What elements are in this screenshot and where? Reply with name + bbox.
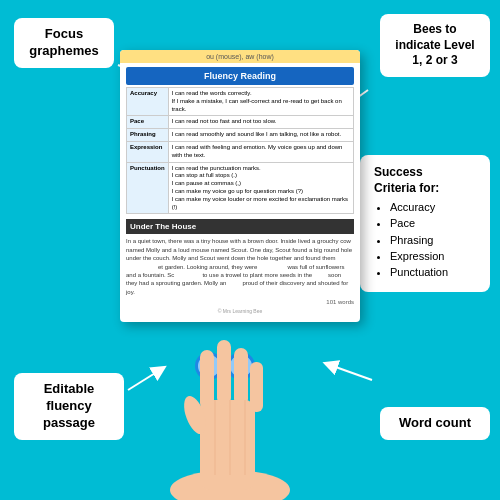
success-criteria-label: SuccessCriteria for: Accuracy Pace Phras…: [360, 155, 490, 292]
table-row: Pace I can read not too fast and not too…: [127, 116, 354, 129]
criteria-pace: Pace: [390, 216, 476, 230]
svg-rect-7: [200, 350, 214, 410]
criteria-accuracy: Accuracy: [390, 200, 476, 214]
criteria-table: Accuracy I can read the words correctly.…: [126, 87, 354, 214]
success-criteria-list: Accuracy Pace Phrasing Expression Punctu…: [374, 200, 476, 279]
document-title: Fluency Reading: [126, 67, 354, 85]
table-row: Phrasing I can read smoothly and sound l…: [127, 129, 354, 142]
svg-rect-9: [234, 348, 248, 406]
table-row: Punctuation I can read the punctuation m…: [127, 162, 354, 214]
success-criteria-title: SuccessCriteria for:: [374, 165, 476, 196]
hand-illustration: [130, 320, 330, 500]
table-row: Accuracy I can read the words correctly.…: [127, 88, 354, 116]
criteria-punctuation: Punctuation: [390, 265, 476, 279]
word-count-label: Word count: [380, 407, 490, 440]
editable-fluency-label: Editable fluency passage: [14, 373, 124, 440]
word-count-value: 101 words: [126, 299, 354, 305]
table-row: Expression I can read with feeling and e…: [127, 141, 354, 162]
svg-rect-10: [250, 362, 263, 412]
grapheme-header: ou (mouse), aw (how): [120, 50, 360, 63]
focus-graphemes-label: Focus graphemes: [14, 18, 114, 68]
svg-rect-6: [200, 400, 255, 490]
criteria-phrasing: Phrasing: [390, 233, 476, 247]
story-body: In a quiet town, there was a tiny house …: [126, 237, 354, 296]
svg-rect-8: [217, 340, 231, 405]
story-title: Under The House: [126, 219, 354, 234]
criteria-expression: Expression: [390, 249, 476, 263]
bees-indicator-label: Bees to indicate Level 1, 2 or 3: [380, 14, 490, 77]
fluency-document: ou (mouse), aw (how) Fluency Reading Acc…: [120, 50, 360, 322]
document-footer: © Mrs Learning Bee: [120, 308, 360, 314]
